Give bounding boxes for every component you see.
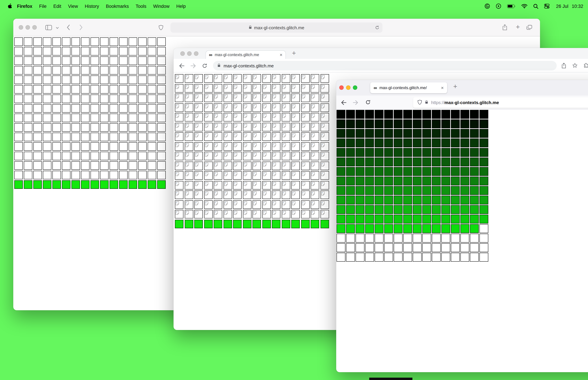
broken-image-icon — [273, 123, 276, 128]
grid-cell — [62, 152, 70, 160]
broken-image-icon — [224, 133, 228, 137]
close-window-button[interactable] — [19, 25, 23, 30]
battery-icon[interactable] — [507, 4, 515, 8]
zoom-window-button[interactable] — [32, 25, 37, 30]
grid-cell — [52, 104, 61, 113]
menu-tools[interactable]: Tools — [132, 3, 150, 9]
grid-cell — [110, 152, 118, 160]
grid-cell — [422, 129, 431, 138]
grid-cell — [441, 129, 450, 138]
wifi-icon[interactable] — [521, 4, 528, 8]
grid-cell — [33, 85, 42, 94]
privacy-shield-icon[interactable] — [159, 25, 163, 30]
grid-cell — [204, 74, 212, 83]
reload-icon[interactable] — [365, 100, 371, 105]
grid-cell — [138, 104, 147, 113]
menu-view[interactable]: View — [65, 3, 81, 9]
address-bar[interactable]: max-gl-contexts.glitch.me — [171, 22, 382, 33]
menu-bookmarks[interactable]: Bookmarks — [102, 3, 132, 9]
back-icon[interactable] — [341, 100, 346, 105]
broken-image-icon — [185, 210, 189, 215]
broken-image-icon — [311, 172, 315, 176]
zoom-window-button[interactable] — [353, 85, 357, 90]
minimize-window-button[interactable] — [346, 85, 350, 90]
active-app-menu[interactable]: Firefox — [14, 3, 36, 9]
sidebar-toggle-icon[interactable] — [45, 25, 52, 30]
grid-cell — [24, 180, 32, 189]
grid-cell — [129, 114, 137, 122]
grid-cell — [291, 113, 300, 121]
reload-icon[interactable] — [375, 25, 379, 31]
menubar-date[interactable]: 26 Jul — [556, 3, 568, 9]
forward-icon[interactable] — [79, 24, 83, 31]
bookmark-star-icon[interactable] — [572, 63, 577, 68]
browser-tab[interactable]: ∞ max-gl-contexts.glitch.me/ × — [370, 82, 447, 93]
broken-image-icon — [176, 104, 179, 108]
broken-image-icon — [292, 162, 296, 167]
address-bar[interactable]: https://max-gl-contexts.glitch.me — [413, 97, 588, 108]
grid-cell — [282, 190, 290, 199]
apple-menu-icon[interactable] — [7, 3, 12, 9]
grid-cell — [301, 132, 309, 141]
grid-cell — [62, 114, 70, 122]
grid-cell — [346, 186, 355, 195]
broken-image-icon — [273, 133, 276, 137]
tab-overview-icon[interactable] — [526, 25, 532, 30]
menu-file[interactable]: File — [36, 3, 50, 9]
new-tab-icon[interactable]: + — [292, 50, 296, 57]
tab-close-icon[interactable]: × — [441, 85, 444, 90]
grid-cell — [375, 177, 383, 185]
forward-icon[interactable] — [190, 63, 196, 68]
menubar-clock[interactable]: 10:32 — [572, 3, 583, 9]
grid-cell — [356, 224, 364, 233]
share-icon[interactable] — [561, 63, 566, 69]
grid-cell — [100, 114, 109, 122]
padlock-icon — [217, 63, 221, 68]
grid-cell — [157, 161, 166, 170]
reload-icon[interactable] — [202, 63, 207, 68]
tab-close-icon[interactable]: × — [280, 52, 283, 57]
browser-tab[interactable]: ∞ max-gl-contexts.glitch.me × — [206, 50, 286, 59]
broken-image-icon — [282, 75, 286, 79]
minimize-window-button[interactable] — [187, 51, 191, 56]
grid-cell — [223, 210, 232, 218]
extensions-puzzle-icon[interactable] — [583, 63, 588, 68]
grid-cell — [413, 196, 422, 205]
menu-history[interactable]: History — [81, 3, 102, 9]
broken-image-icon — [292, 123, 296, 128]
address-bar[interactable]: max-gl-contexts.glitch.me — [213, 61, 557, 70]
zoom-window-button[interactable] — [194, 51, 198, 56]
grid-cell — [233, 200, 242, 209]
back-icon[interactable] — [66, 24, 70, 31]
spotlight-search-icon[interactable] — [533, 3, 538, 9]
broken-image-icon — [214, 123, 218, 128]
share-icon[interactable] — [502, 24, 507, 31]
grid-cell — [157, 171, 166, 179]
broken-image-icon — [273, 191, 276, 196]
new-tab-icon[interactable]: + — [453, 83, 457, 90]
menu-help[interactable]: Help — [173, 3, 189, 9]
grid-cell — [33, 152, 42, 160]
menu-edit[interactable]: Edit — [50, 3, 65, 9]
grid-cell — [52, 85, 61, 94]
back-icon[interactable] — [179, 63, 184, 68]
grid-cell — [282, 74, 290, 83]
grammarly-icon[interactable] — [485, 3, 490, 9]
close-window-button[interactable] — [339, 85, 344, 90]
chevron-down-icon[interactable] — [56, 27, 59, 29]
grid-cell — [138, 95, 147, 103]
broken-image-icon — [234, 162, 238, 167]
close-window-button[interactable] — [180, 51, 185, 56]
minimize-window-button[interactable] — [25, 25, 30, 30]
grid-cell — [214, 103, 222, 112]
forward-icon[interactable] — [353, 100, 358, 105]
grid-cell — [214, 123, 222, 131]
grid-cell — [129, 152, 137, 160]
new-tab-icon[interactable]: + — [516, 23, 520, 30]
grid-cell — [214, 161, 222, 170]
grid-cell — [403, 177, 412, 185]
grid-cell — [422, 234, 431, 243]
control-center-icon[interactable] — [544, 3, 550, 9]
menu-window[interactable]: Window — [150, 3, 173, 9]
media-play-icon[interactable] — [496, 3, 501, 9]
